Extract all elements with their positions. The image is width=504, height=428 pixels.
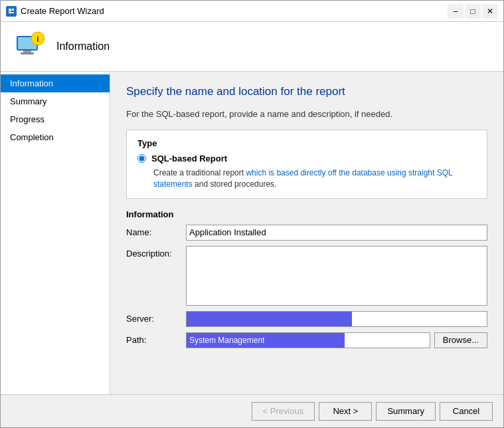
window-controls: – □ ✕ [448,4,498,19]
wizard-header-title: Information [56,41,110,53]
report-type-label: SQL-based Report [151,154,227,163]
sidebar-item-completion[interactable]: Completion [1,128,110,146]
svg-text:i: i [37,35,39,44]
content-description: For the SQL-based report, provide a name… [126,109,487,119]
path-field-row: Path: System Management Browse... [126,332,487,348]
name-field-row: Name: [126,225,487,241]
browse-button[interactable]: Browse... [434,332,487,348]
path-input[interactable]: System Management [186,332,430,348]
sidebar-item-summary[interactable]: Summary [1,92,110,110]
window-title: Create Report Wizard [21,6,448,16]
main-window: Create Report Wizard – □ ✕ i Information [0,0,504,428]
maximize-button[interactable]: □ [465,4,481,19]
main-content: Information Summary Progress Completion … [1,72,503,394]
server-field-row: Server: [126,311,487,327]
cancel-button[interactable]: Cancel [440,402,493,421]
previous-button[interactable]: < Previous [252,402,315,421]
sidebar: Information Summary Progress Completion [1,72,110,394]
close-button[interactable]: ✕ [482,4,498,19]
info-group-title: Information [126,209,487,219]
next-button[interactable]: Next > [319,402,372,421]
type-group-label: Type [137,138,476,148]
content-area: Specify the name and location for the re… [110,72,503,394]
description-label: Description: [126,246,186,259]
description-field-row: Description: [126,246,487,306]
svg-rect-2 [12,9,14,11]
footer: < Previous Next > Summary Cancel [1,394,503,427]
name-input[interactable] [186,225,487,241]
type-group: Type SQL-based Report Create a tradition… [126,130,487,199]
report-type-row: SQL-based Report [137,154,476,163]
sidebar-item-information[interactable]: Information [1,74,110,92]
path-value: System Management [189,336,264,345]
information-group: Information Name: Description: Server: [126,209,487,354]
svg-rect-7 [21,53,34,54]
path-label: Path: [126,332,186,345]
content-title: Specify the name and location for the re… [126,85,487,98]
summary-button[interactable]: Summary [376,402,436,421]
minimize-button[interactable]: – [448,4,463,19]
description-textarea[interactable] [186,246,487,306]
svg-rect-1 [9,9,11,11]
server-input[interactable] [186,311,487,327]
app-icon [6,6,17,17]
wizard-header: i Information [1,22,503,72]
svg-rect-3 [9,12,14,13]
wizard-icon: i [14,31,46,62]
server-label: Server: [126,311,186,324]
title-bar: Create Report Wizard – □ ✕ [1,1,503,22]
sql-report-radio[interactable] [137,154,146,163]
sidebar-item-progress[interactable]: Progress [1,110,110,128]
name-label: Name: [126,225,186,237]
report-type-description: Create a traditional report which is bas… [153,167,476,190]
